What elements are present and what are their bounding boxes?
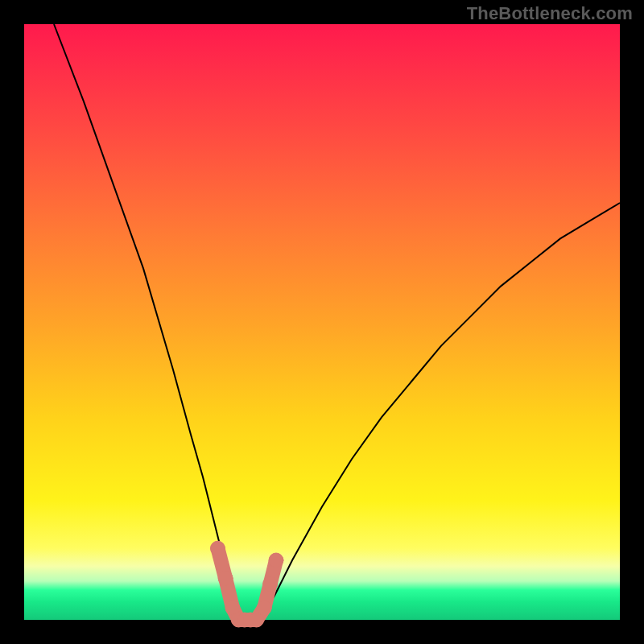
marker-point	[257, 601, 271, 615]
chart-frame: TheBottleneck.com	[0, 0, 644, 644]
marker-point	[269, 553, 283, 568]
curve-svg	[24, 24, 620, 620]
bottleneck-curve	[54, 24, 620, 620]
marker-point	[218, 571, 233, 585]
marker-point	[211, 541, 225, 555]
watermark-text: TheBottleneck.com	[467, 5, 633, 23]
highlighted-points	[211, 541, 284, 627]
marker-point	[263, 577, 278, 592]
plot-area	[24, 24, 620, 620]
